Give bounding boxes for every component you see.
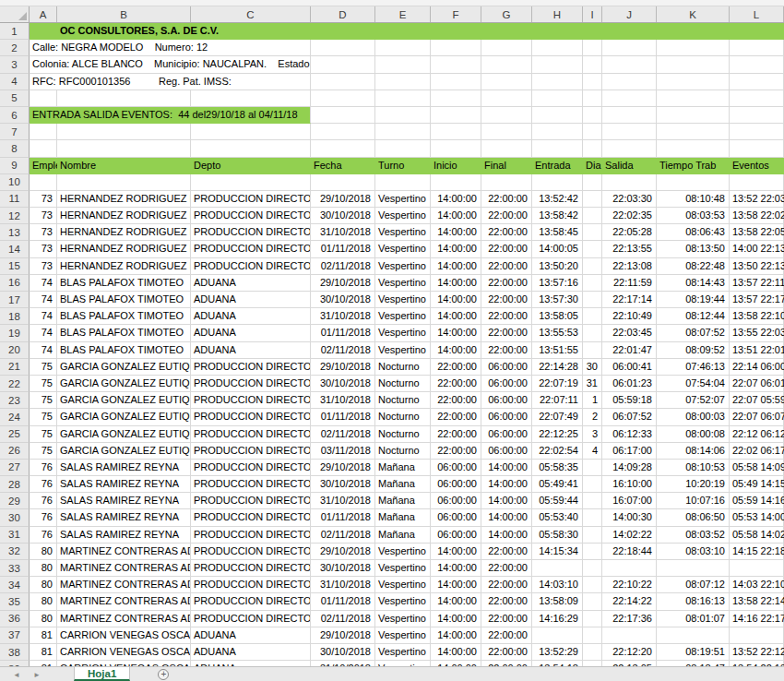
cell-H14[interactable]: 14:00:05 <box>532 241 583 257</box>
cell-L17[interactable]: 13:57 22:17 <box>730 292 784 308</box>
cell-A33[interactable]: 80 <box>30 560 57 577</box>
cell-J23[interactable]: 05:59:18 <box>602 392 657 409</box>
cell-D38[interactable]: 30/10/2018 <box>311 644 375 661</box>
cell-E35[interactable]: Vespertino <box>375 593 431 610</box>
cell-K20[interactable]: 08:09:52 <box>657 342 730 359</box>
cell-D26[interactable]: 03/11/2018 <box>311 443 375 460</box>
cell-D7[interactable] <box>311 124 375 140</box>
cell-B20[interactable]: BLAS PALAFOX TIMOTEO <box>57 342 191 359</box>
cell-A2[interactable]: Calle: NEGRA MODELO Numero: 12 <box>30 40 311 56</box>
column-header-G[interactable]: G <box>481 6 532 22</box>
cell-I9[interactable]: Dia <box>583 158 602 174</box>
cell-K29[interactable]: 10:07:16 <box>657 493 730 509</box>
cell-K35[interactable]: 08:16:13 <box>657 593 730 610</box>
cell-H27[interactable]: 05:58:35 <box>532 460 583 476</box>
cell-E2[interactable] <box>375 40 431 56</box>
cell-C25[interactable]: PRODUCCION DIRECTOS <box>191 426 311 443</box>
cell-I32[interactable] <box>583 544 602 560</box>
cell-K22[interactable]: 07:54:04 <box>657 376 730 392</box>
cell-H3[interactable] <box>532 56 583 73</box>
cell-H21[interactable]: 22:14:28 <box>532 359 583 376</box>
cell-L30[interactable]: 05:53 14:00 <box>730 509 784 526</box>
cell-E28[interactable]: Mañana <box>375 476 431 493</box>
cell-J3[interactable] <box>602 56 657 73</box>
cell-E9[interactable]: Turno <box>375 158 431 174</box>
cell-D33[interactable]: 30/10/2018 <box>311 560 375 577</box>
row-header-24[interactable]: 24 <box>0 409 30 425</box>
cell-F19[interactable]: 14:00:00 <box>431 325 481 341</box>
cell-A27[interactable]: 76 <box>30 460 57 476</box>
row-header-38[interactable]: 38 <box>0 644 30 661</box>
cell-L31[interactable]: 05:58 14:02 <box>730 527 784 544</box>
cell-F9[interactable]: Inicio <box>431 158 481 174</box>
cell-J37[interactable] <box>602 627 657 644</box>
cell-L21[interactable]: 22:14 06:00 <box>730 359 784 376</box>
cell-F6[interactable] <box>431 107 481 124</box>
cell-E25[interactable]: Nocturno <box>375 426 431 443</box>
cell-F38[interactable]: 14:00:00 <box>431 644 481 661</box>
cell-B33[interactable]: MARTINEZ CONTRERAS ADRIA <box>57 560 191 577</box>
row-header-6[interactable]: 6 <box>0 107 30 124</box>
cell-K2[interactable] <box>657 40 730 56</box>
cell-E5[interactable] <box>375 90 431 107</box>
cell-I30[interactable] <box>583 509 602 526</box>
cell-K15[interactable]: 08:22:48 <box>657 258 730 275</box>
cell-G10[interactable] <box>481 174 532 191</box>
cell-B31[interactable]: SALAS RAMIREZ REYNA <box>57 527 191 544</box>
cell-E33[interactable]: Vespertino <box>375 560 431 577</box>
cell-F12[interactable]: 14:00:00 <box>431 208 481 224</box>
cell-A30[interactable]: 76 <box>30 509 57 526</box>
cell-D19[interactable]: 01/11/2018 <box>311 325 375 341</box>
cell-F5[interactable] <box>431 90 481 107</box>
cell-D32[interactable]: 29/10/2018 <box>311 544 375 560</box>
cell-F25[interactable]: 22:00:00 <box>431 426 481 443</box>
row-header-33[interactable]: 33 <box>0 560 30 577</box>
cell-L25[interactable]: 22:12 06:12 <box>730 426 784 443</box>
cell-A18[interactable]: 74 <box>30 308 57 325</box>
cell-K34[interactable]: 08:07:12 <box>657 577 730 593</box>
cell-A35[interactable]: 80 <box>30 593 57 610</box>
cell-K5[interactable] <box>657 90 730 107</box>
cell-G37[interactable]: 22:00:00 <box>481 627 532 644</box>
cell-L9[interactable]: Eventos <box>730 158 784 174</box>
cell-G13[interactable]: 22:00:00 <box>481 224 532 241</box>
cell-K32[interactable]: 08:03:10 <box>657 544 730 560</box>
cell-C24[interactable]: PRODUCCION DIRECTOS <box>191 409 311 425</box>
row-header-20[interactable]: 20 <box>0 342 30 359</box>
row-header-3[interactable]: 3 <box>0 56 30 73</box>
cell-J30[interactable]: 14:00:30 <box>602 509 657 526</box>
cell-D27[interactable]: 29/10/2018 <box>311 460 375 476</box>
cell-H20[interactable]: 13:51:55 <box>532 342 583 359</box>
row-header-16[interactable]: 16 <box>0 275 30 292</box>
cell-L22[interactable]: 22:07 06:01 <box>730 376 784 392</box>
cell-I11[interactable] <box>583 191 602 208</box>
cell-C18[interactable]: ADUANA <box>191 308 311 325</box>
cell-K19[interactable]: 08:07:52 <box>657 325 730 341</box>
cell-G3[interactable] <box>481 56 532 73</box>
cell-K7[interactable] <box>657 124 730 140</box>
cell-G24[interactable]: 06:00:00 <box>481 409 532 425</box>
cell-B21[interactable]: GARCIA GONZALEZ EUTIQUIC <box>57 359 191 376</box>
cell-B28[interactable]: SALAS RAMIREZ REYNA <box>57 476 191 493</box>
cell-H2[interactable] <box>532 40 583 56</box>
tab-scroll-right-icon[interactable]: ► <box>31 671 42 679</box>
row-header-11[interactable]: 11 <box>0 191 30 208</box>
cell-K12[interactable]: 08:03:53 <box>657 208 730 224</box>
cell-C7[interactable] <box>191 124 311 140</box>
cell-K9[interactable]: Tiempo Trab <box>657 158 730 174</box>
cell-K33[interactable] <box>657 560 730 577</box>
cell-B19[interactable]: BLAS PALAFOX TIMOTEO <box>57 325 191 341</box>
cell-L11[interactable]: 13:52 22:03 <box>730 191 784 208</box>
column-header-A[interactable]: A <box>30 6 57 22</box>
row-header-26[interactable]: 26 <box>0 443 30 460</box>
cell-J8[interactable] <box>602 140 657 157</box>
cell-L19[interactable]: 13:55 22:03 <box>730 325 784 341</box>
cell-H12[interactable]: 13:58:42 <box>532 208 583 224</box>
cell-I8[interactable] <box>583 140 602 157</box>
tab-scroll-left-icon[interactable]: ◄ <box>11 671 22 679</box>
cell-L8[interactable] <box>730 140 784 157</box>
row-header-13[interactable]: 13 <box>0 224 30 241</box>
cell-D13[interactable]: 31/10/2018 <box>311 224 375 241</box>
cell-L36[interactable]: 14:16 22:17 <box>730 611 784 627</box>
cell-I15[interactable] <box>583 258 602 275</box>
